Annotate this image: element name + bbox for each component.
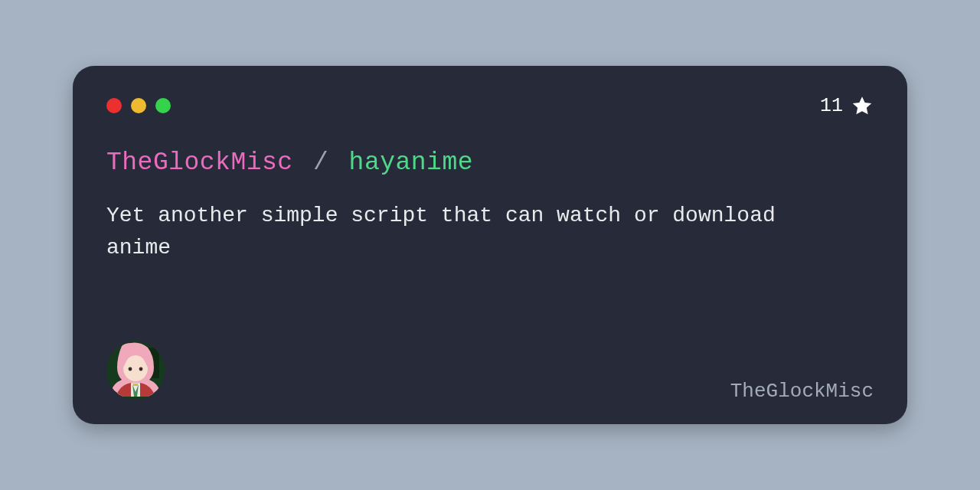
repo-name[interactable]: hayanime: [349, 149, 473, 177]
svg-point-3: [129, 368, 132, 371]
repo-card: 11 TheGlockMisc / hayanime Yet another s…: [73, 66, 907, 424]
repo-path: TheGlockMisc / hayanime: [106, 149, 874, 177]
avatar[interactable]: [106, 341, 165, 400]
repo-separator: /: [313, 149, 328, 177]
footer-owner: TheGlockMisc: [730, 380, 874, 403]
star-count: 11: [820, 94, 874, 117]
window-traffic-lights: [106, 98, 171, 113]
star-count-value: 11: [820, 95, 843, 117]
close-icon: [106, 98, 122, 113]
repo-description: Yet another simple script that can watch…: [106, 200, 841, 264]
svg-rect-5: [133, 384, 138, 386]
star-icon: [851, 94, 874, 117]
svg-point-4: [139, 368, 143, 371]
minimize-icon: [131, 98, 146, 113]
zoom-icon: [155, 98, 171, 113]
repo-owner[interactable]: TheGlockMisc: [106, 149, 293, 177]
card-top-row: 11: [106, 95, 874, 116]
